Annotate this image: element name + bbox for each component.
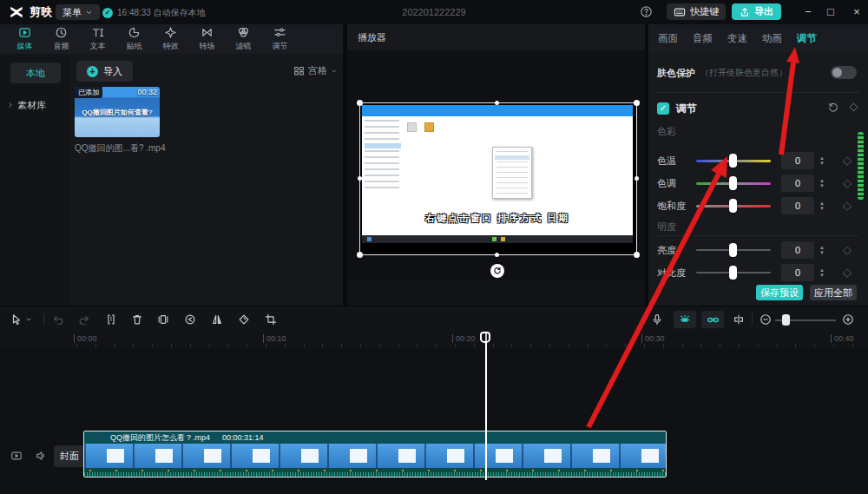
- temperature-slider-thumb[interactable]: [729, 154, 737, 168]
- contrast-slider-thumb[interactable]: [729, 266, 737, 280]
- save-preset-button[interactable]: 保存预设: [756, 285, 803, 300]
- tint-value[interactable]: 0: [781, 175, 814, 192]
- delete-button[interactable]: [128, 310, 147, 329]
- saturation-slider-thumb[interactable]: [729, 199, 737, 213]
- tab-transition[interactable]: 转场: [193, 26, 221, 52]
- tab-text[interactable]: 文本: [83, 26, 112, 52]
- timeline-zoom-thumb[interactable]: [782, 314, 790, 326]
- video-taskbar: [362, 235, 633, 243]
- player-header: 播放器: [347, 24, 645, 50]
- tab-adjust[interactable]: 调节: [266, 26, 294, 52]
- temperature-value[interactable]: 0: [781, 152, 814, 169]
- keyframe-icon[interactable]: ◇: [843, 243, 852, 256]
- media-item[interactable]: 已添加 00:32 QQ撤回图片如何查看? QQ撤回的图...看? .mp4: [75, 87, 160, 155]
- slider-row-contrast: 对比度 0 ▲▼ ◇: [657, 264, 859, 281]
- selection-handle[interactable]: [358, 176, 362, 181]
- apply-all-button[interactable]: 应用全部: [810, 285, 857, 300]
- playhead-handle[interactable]: [480, 332, 490, 343]
- text-icon: [91, 26, 104, 39]
- clip-name: QQ撤回的图片怎么看？.mp4: [110, 432, 210, 444]
- panel-scrollbar[interactable]: [858, 132, 864, 200]
- import-button[interactable]: + 导入: [76, 61, 133, 82]
- stepper[interactable]: ▲▼: [818, 265, 826, 280]
- maximize-button[interactable]: □: [823, 5, 838, 18]
- selection-handle[interactable]: [357, 100, 363, 106]
- brightness-value[interactable]: 0: [781, 241, 814, 259]
- export-button[interactable]: 导出: [732, 3, 781, 20]
- clip-header: QQ撤回的图片怎么看？.mp4 00:00:31:14: [84, 431, 666, 444]
- tint-slider-thumb[interactable]: [729, 176, 737, 190]
- track-mute-button[interactable]: [35, 450, 47, 462]
- export-icon: [740, 7, 750, 17]
- select-tool-dropdown[interactable]: [23, 310, 34, 329]
- cover-button[interactable]: 封面: [54, 445, 85, 467]
- tab-adjustment[interactable]: 调节: [797, 32, 817, 45]
- timeline-clip[interactable]: QQ撤回的图片怎么看？.mp4 00:00:31:14: [83, 431, 667, 478]
- track-type-icon: [10, 450, 23, 462]
- reset-icon[interactable]: [827, 102, 839, 114]
- redo-button[interactable]: [75, 310, 94, 329]
- video-preview[interactable]: 右键点击窗口 排序方式 日期: [359, 102, 637, 255]
- keyframe-icon[interactable]: ◇: [843, 176, 852, 189]
- tab-audio-settings[interactable]: 音频: [693, 32, 713, 45]
- keyframe-icon[interactable]: ◇: [843, 154, 852, 167]
- chevron-right-icon: [7, 102, 14, 109]
- record-voice-button[interactable]: [648, 310, 667, 329]
- saturation-value[interactable]: 0: [781, 197, 814, 214]
- tab-speed[interactable]: 变速: [727, 32, 747, 45]
- selection-handle[interactable]: [495, 253, 499, 257]
- close-button[interactable]: ×: [849, 5, 865, 18]
- stepper[interactable]: ▲▼: [818, 242, 826, 258]
- adjust-checkbox[interactable]: ✓: [657, 102, 669, 115]
- menu-button[interactable]: 菜单: [56, 4, 100, 20]
- skin-protect-row: 肤色保护 （打开使肤色更自然）: [657, 64, 859, 82]
- rotate-button[interactable]: [234, 310, 253, 329]
- stepper[interactable]: ▲▼: [818, 198, 826, 214]
- tab-media[interactable]: 媒体: [10, 26, 39, 52]
- timeline-ruler[interactable]: 00:00 00:10 00:20 00:30 00:40: [0, 332, 868, 347]
- tab-audio[interactable]: 音频: [47, 26, 76, 52]
- selection-handle[interactable]: [357, 252, 363, 258]
- shortcuts-button[interactable]: 快捷键: [667, 3, 726, 20]
- adjust-panel: 画面 音频 变速 动画 调节 肤色保护 （打开使肤色更自然） ✓ 调节 色彩 色…: [648, 24, 868, 306]
- mirror-button[interactable]: [207, 310, 227, 329]
- reverse-button[interactable]: [181, 310, 200, 329]
- keyframe-icon[interactable]: [848, 102, 859, 113]
- help-button[interactable]: [640, 5, 653, 18]
- stepper[interactable]: ▲▼: [818, 175, 826, 191]
- slider-row-tint: 色调 0 ▲▼ ◇: [657, 175, 859, 192]
- selection-handle[interactable]: [634, 252, 640, 258]
- view-mode-control[interactable]: 宫格: [293, 64, 338, 77]
- keyframe-icon[interactable]: ◇: [843, 266, 852, 279]
- player-panel: 播放器 右键点击窗口 排序方式 日期: [347, 24, 647, 306]
- skin-protect-toggle[interactable]: [831, 66, 857, 79]
- auto-snap-link-button[interactable]: [701, 311, 724, 328]
- brightness-slider-thumb[interactable]: [729, 243, 737, 257]
- split-button[interactable]: [102, 310, 121, 329]
- freeze-frame-button[interactable]: [154, 310, 173, 329]
- contrast-value[interactable]: 0: [781, 264, 814, 281]
- crop-icon: [265, 313, 277, 326]
- tab-sticker[interactable]: 贴纸: [120, 26, 148, 52]
- main-track-magnet-button[interactable]: [674, 311, 696, 328]
- crop-button[interactable]: [261, 310, 280, 329]
- selection-handle[interactable]: [635, 176, 639, 181]
- rotate-handle[interactable]: [490, 264, 504, 278]
- media-panel: 媒体 音频 文本 贴纸 特效 转场: [0, 24, 345, 306]
- tab-picture[interactable]: 画面: [658, 32, 678, 45]
- sidebar-item-local[interactable]: 本地: [10, 63, 61, 83]
- tab-filter[interactable]: 滤镜: [229, 26, 258, 52]
- selection-handle[interactable]: [495, 101, 499, 105]
- undo-button[interactable]: [49, 310, 68, 329]
- preview-axis-button[interactable]: [729, 310, 748, 329]
- zoom-out-button[interactable]: [756, 310, 775, 329]
- tab-animation[interactable]: 动画: [762, 32, 782, 45]
- minimize-button[interactable]: −: [800, 5, 816, 18]
- tab-effects[interactable]: 特效: [156, 26, 185, 52]
- stepper[interactable]: ▲▼: [818, 153, 826, 168]
- keyframe-icon[interactable]: ◇: [843, 199, 852, 212]
- selection-handle[interactable]: [634, 100, 640, 106]
- zoom-in-button[interactable]: [838, 310, 858, 329]
- sidebar-item-library[interactable]: 素材库: [7, 96, 68, 115]
- player-title: 播放器: [358, 31, 386, 44]
